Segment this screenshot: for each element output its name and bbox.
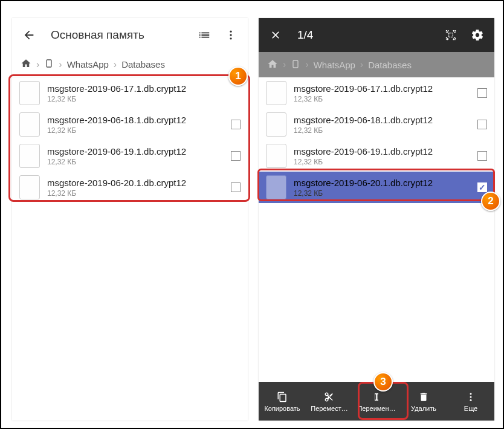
breadcrumb[interactable]: › › WhatsApp › Databases [12,52,248,77]
select-all-button[interactable] [439,23,463,47]
checkbox[interactable] [231,120,241,129]
file-info: msgstore-2019-06-20.1.db.crypt12 12,32 К… [47,178,224,198]
file-item-selected[interactable]: msgstore-2019-06-20.1.db.crypt12 12,32 К… [259,172,494,203]
chevron-right-icon: › [283,59,286,70]
file-info: msgstore-2019-06-17.1.db.crypt12 12,32 К… [294,83,470,103]
cut-icon [323,391,335,403]
back-button[interactable] [17,23,41,47]
chevron-right-icon: › [305,59,308,70]
chevron-right-icon: › [36,59,39,70]
file-info: msgstore-2019-06-19.1.db.crypt12 12,32 К… [294,146,470,166]
svg-rect-4 [293,60,298,68]
file-name: msgstore-2019-06-17.1.db.crypt12 [294,83,470,94]
storage-icon [291,59,300,71]
file-name: msgstore-2019-06-19.1.db.crypt12 [47,146,224,156]
rename-icon [370,391,383,403]
file-icon [266,175,286,199]
settings-button[interactable] [465,23,489,47]
file-list: msgstore-2019-06-17.1.db.crypt12 12,32 К… [259,77,494,382]
annotation-badge-3: 3 [373,372,393,392]
chevron-right-icon: › [360,59,363,70]
chevron-right-icon: › [59,59,62,70]
copy-button[interactable]: Копировать [259,389,306,414]
copy-icon [276,391,288,403]
file-item[interactable]: msgstore-2019-06-18.1.db.crypt12 12,32 К… [12,109,248,140]
file-name: msgstore-2019-06-20.1.db.crypt12 [47,178,224,188]
more-icon [465,391,477,403]
file-name: msgstore-2019-06-20.1.db.crypt12 [294,178,470,188]
breadcrumb-item[interactable]: Databases [121,59,165,69]
file-icon [19,175,40,199]
checkbox[interactable] [231,182,241,192]
file-manager-screen-browse: Основная память › › WhatsApp › Databases… [12,18,248,421]
file-item[interactable]: msgstore-2019-06-17.1.db.crypt12 12,32 К… [12,77,248,109]
home-icon [267,59,278,71]
page-title: Основная память [44,28,190,42]
svg-point-7 [470,399,472,401]
action-label: Копировать [264,405,300,412]
file-icon [266,112,286,137]
checkbox[interactable] [477,120,487,129]
file-icon [266,144,286,168]
file-size: 12,32 КБ [47,158,224,166]
svg-point-6 [470,396,472,398]
chevron-right-icon: › [114,59,117,70]
file-info: msgstore-2019-06-20.1.db.crypt12 12,32 К… [294,178,470,198]
file-size: 12,32 КБ [47,126,224,135]
view-toggle-button[interactable] [192,23,216,47]
more-button[interactable]: Еще [447,389,494,414]
selection-toolbar: 1/4 [259,18,494,52]
checkbox[interactable] [231,151,241,161]
file-size: 12,32 КБ [294,126,470,135]
toolbar: Основная память [12,18,248,52]
file-info: msgstore-2019-06-17.1.db.crypt12 12,32 К… [47,83,241,103]
rename-button[interactable]: Переимен… [353,389,400,414]
annotation-badge-2: 2 [481,192,500,211]
file-list: msgstore-2019-06-17.1.db.crypt12 12,32 К… [12,77,248,421]
file-name: msgstore-2019-06-18.1.db.crypt12 [294,115,470,125]
close-selection-button[interactable] [263,23,288,47]
file-size: 12,32 КБ [294,189,470,198]
checkbox[interactable] [477,151,487,161]
action-label: Еще [464,405,477,412]
more-menu-button[interactable] [219,23,243,47]
file-size: 12,32 КБ [294,95,470,103]
svg-rect-3 [47,60,51,67]
annotation-badge-1: 1 [228,66,248,86]
file-name: msgstore-2019-06-17.1.db.crypt12 [47,83,241,94]
svg-point-5 [470,393,472,395]
svg-point-1 [230,34,231,36]
checkbox-checked[interactable] [477,182,487,192]
storage-icon[interactable] [44,59,54,70]
file-icon [266,81,286,105]
svg-point-2 [230,37,231,39]
breadcrumb: › › WhatsApp › Databases [259,52,494,77]
delete-icon [418,391,430,403]
file-manager-screen-selection: 1/4 › › WhatsApp › Databases msgstore-20… [259,18,494,421]
breadcrumb-item[interactable]: WhatsApp [67,59,109,69]
file-icon [19,112,40,137]
breadcrumb-item: Databases [368,60,412,70]
home-icon[interactable] [21,58,31,71]
file-info: msgstore-2019-06-18.1.db.crypt12 12,32 К… [294,115,470,135]
action-label: Перемест… [311,405,347,412]
breadcrumb-item: WhatsApp [314,60,355,70]
selection-count: 1/4 [290,28,436,42]
file-item[interactable]: msgstore-2019-06-19.1.db.crypt12 12,32 К… [12,140,248,172]
file-size: 12,32 КБ [47,95,241,103]
file-name: msgstore-2019-06-19.1.db.crypt12 [294,146,470,156]
file-name: msgstore-2019-06-18.1.db.crypt12 [47,115,224,125]
file-item[interactable]: msgstore-2019-06-19.1.db.crypt12 12,32 К… [259,140,494,172]
move-button[interactable]: Перемест… [306,389,353,414]
action-label: Переимен… [357,405,395,412]
file-info: msgstore-2019-06-19.1.db.crypt12 12,32 К… [47,146,224,166]
file-icon [19,81,40,105]
checkbox[interactable] [477,88,487,98]
file-item[interactable]: msgstore-2019-06-20.1.db.crypt12 12,32 К… [12,172,248,203]
file-size: 12,32 КБ [47,189,224,198]
file-item[interactable]: msgstore-2019-06-17.1.db.crypt12 12,32 К… [259,77,494,109]
file-item[interactable]: msgstore-2019-06-18.1.db.crypt12 12,32 К… [259,109,494,140]
file-size: 12,32 КБ [294,158,470,166]
delete-button[interactable]: Удалить [400,389,447,414]
file-info: msgstore-2019-06-18.1.db.crypt12 12,32 К… [47,115,224,135]
